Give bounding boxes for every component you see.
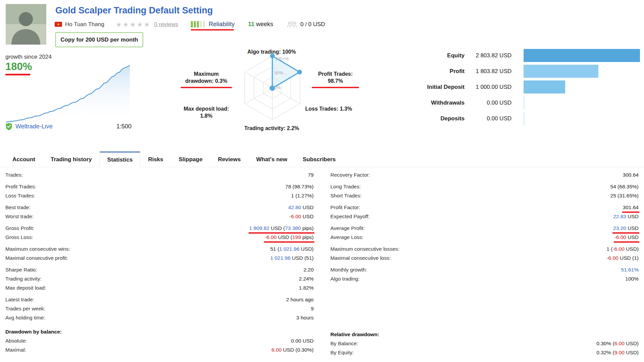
- stat-value: 100%: [625, 276, 639, 282]
- balance-value: 1 803.82 USD: [465, 68, 512, 75]
- stat-value: 2.20: [304, 267, 314, 273]
- growth-caption: growth since 2024: [5, 54, 131, 60]
- stat-label: Expected Payoff:: [330, 214, 370, 220]
- stat-row-trades-per-week: Trades per week:9: [5, 304, 314, 313]
- radar-label-algo-trading-100: Algo trading: 100%: [168, 48, 376, 55]
- stat-label: Maximal:: [5, 347, 26, 353]
- stat-label: Avg holding time:: [5, 315, 45, 321]
- tab-bar: AccountTrading historyStatisticsRisksSli…: [0, 152, 644, 167]
- copy-signal-button[interactable]: Copy for 200 USD per month: [55, 32, 143, 47]
- stat-label: Gross Profit:: [5, 225, 34, 231]
- stat-label: By Equity:: [330, 350, 354, 356]
- balance-value: 0.00 USD: [465, 115, 512, 122]
- radar-chart: 100+%50%0% Algo trading: 100%Profit Trad…: [168, 44, 376, 145]
- stat-value: 25 (31.65%): [610, 193, 639, 199]
- tab-risks[interactable]: Risks: [140, 152, 171, 167]
- tab-slippage[interactable]: Slippage: [171, 152, 210, 167]
- stats-column-right: Recovery Factor:300.64Long Trades:54 (68…: [330, 170, 639, 360]
- weeks-number: 11: [248, 21, 254, 27]
- stat-row-profit-factor: Profit Factor:301.64: [330, 203, 639, 212]
- stat-value: 0.30% (6.00 USD): [596, 341, 639, 347]
- stat-row-recovery-factor: Recovery Factor:300.64: [330, 170, 639, 179]
- stat-value: -6.00 USD: [614, 234, 639, 240]
- stat-label: Long Trades:: [330, 184, 361, 190]
- page-title: Gold Scalper Trading Default Setting: [55, 5, 213, 16]
- balance-bar: [524, 80, 565, 94]
- stat-value: 3 hours: [296, 315, 314, 321]
- balance-bar-track: [524, 80, 640, 94]
- stat-row-maximal-consecutive-profit: Maximal consecutive profit:1 021.96 USD …: [5, 253, 314, 262]
- growth-red-underline: [5, 74, 30, 75]
- stat-label: Short Trades:: [330, 193, 362, 199]
- stat-value: 1 (1.27%): [291, 193, 314, 199]
- stats-spacer: [330, 286, 639, 325]
- balance-bar: [524, 65, 598, 78]
- rating-stars-icon: ★★★★★: [116, 20, 151, 28]
- stat-label: Maximal consecutive profit:: [5, 255, 68, 261]
- balance-row-initial-deposit: Initial Deposit1 000.00 USD: [421, 79, 640, 95]
- balance-bar: [524, 112, 524, 125]
- stat-value: 2 hours ago: [286, 297, 314, 303]
- stat-row-sharpe-ratio: Sharpe Ratio:2.20: [5, 265, 314, 274]
- reliability-label: Reliability: [209, 21, 234, 28]
- signal-meta-row: ★ Ho Tuan Thang ★★★★★ 0 reviews Reliabil…: [55, 19, 325, 29]
- balance-bar: [524, 49, 640, 62]
- tab-reviews[interactable]: Reviews: [210, 152, 249, 167]
- stat-label: Maximum consecutive losses:: [330, 246, 399, 252]
- stat-label: Sharpe Ratio:: [5, 267, 37, 273]
- stat-label: Profit Factor:: [330, 204, 360, 210]
- stat-row-maximal-consecutive-loss: Maximal consecutive loss:-6.00 USD (1): [330, 253, 639, 262]
- stats-group: Long Trades:54 (68.35%)Short Trades:25 (…: [330, 182, 639, 200]
- stat-row-relative-drawdown: Relative drawdown:: [330, 330, 639, 339]
- stat-row-long-trades: Long Trades:54 (68.35%): [330, 182, 639, 191]
- stat-label: Monthly growth:: [330, 267, 367, 273]
- stat-row-profit-trades: Profit Trades:78 (98.73%): [5, 182, 314, 191]
- stat-label: Absolute:: [5, 338, 27, 344]
- radar-label-trading-activity-2-2: Trading activity: 2.2%: [168, 125, 376, 132]
- stats-group: Sharpe Ratio:2.20Trading activity:2.24%M…: [5, 265, 314, 292]
- growth-panel: growth since 2024 180%: [5, 54, 131, 123]
- balance-bar-track: [524, 96, 640, 109]
- stats-group: Trades:79: [5, 170, 314, 179]
- tab-trading-history[interactable]: Trading history: [43, 152, 100, 167]
- stats-column-left: Trades:79Profit Trades:78 (98.73%)Loss T…: [5, 170, 314, 360]
- stat-label: Best trade:: [5, 204, 31, 210]
- stat-value: -6.00 USD (1): [606, 255, 639, 261]
- stat-label: Latest trade:: [5, 297, 34, 303]
- tab-statistics[interactable]: Statistics: [100, 152, 141, 167]
- balance-bar-track: [524, 65, 640, 78]
- stat-row-worst-trade: Worst trade:-6.00 USD: [5, 212, 314, 221]
- reliability-indicator: Reliability: [191, 21, 234, 31]
- balance-label: Deposits: [421, 115, 465, 122]
- tab-account[interactable]: Account: [5, 152, 43, 167]
- account-link[interactable]: Weltrade-Live: [15, 123, 53, 130]
- stat-label: Profit Trades:: [5, 184, 36, 190]
- reviews-link[interactable]: 0 reviews: [154, 21, 178, 28]
- stat-label: Average Loss:: [330, 234, 364, 240]
- stat-row-avg-holding-time: Avg holding time:3 hours: [5, 313, 314, 322]
- stats-group: Relative drawdown:By Balance:0.30% (6.00…: [330, 330, 639, 357]
- stat-value: 51.61%: [621, 267, 639, 273]
- stat-label: Loss Trades:: [5, 193, 35, 199]
- author-link[interactable]: Ho Tuan Thang: [65, 21, 104, 28]
- balance-value: 1 000.00 USD: [465, 84, 512, 90]
- stat-row-maximal: Maximal:6.00 USD (0.30%): [5, 345, 314, 354]
- balance-label: Initial Deposit: [421, 84, 465, 90]
- balance-value: 2 803.82 USD: [465, 52, 512, 59]
- stat-label: Trading activity:: [5, 276, 42, 282]
- stat-value: 1.82%: [299, 285, 314, 291]
- stats-group: Average Profit:23.20 USDAverage Loss:-6.…: [330, 224, 639, 242]
- balance-bar: [524, 96, 524, 109]
- stat-label: Relative drawdown:: [330, 331, 379, 338]
- weeks-label: weeks: [256, 21, 273, 27]
- stat-value: 78 (98.73%): [285, 184, 314, 190]
- statistics-section: Trades:79Profit Trades:78 (98.73%)Loss T…: [0, 170, 644, 360]
- stat-row-by-equity: By Equity:0.32% (9.00 USD): [330, 348, 639, 357]
- stat-label: Gross Loss:: [5, 234, 33, 240]
- tab-what-s-new[interactable]: What's new: [249, 152, 295, 167]
- vietnam-flag-icon: ★: [55, 22, 62, 27]
- tab-subscribers[interactable]: Subscribers: [295, 152, 343, 167]
- stats-group: Latest trade:2 hours agoTrades per week:…: [5, 295, 314, 322]
- balance-row-withdrawals: Withdrawals0.00 USD: [421, 95, 640, 111]
- stat-row-gross-profit: Gross Profit:1 809.82 USD (73 380 pips): [5, 224, 314, 233]
